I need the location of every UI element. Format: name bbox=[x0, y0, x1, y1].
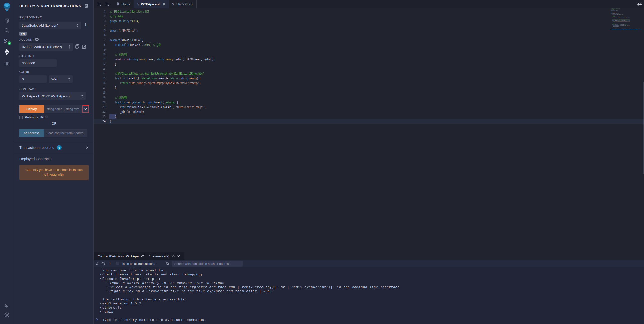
deploy-run-panel: DEPLOY & RUN TRANSACTIONS ENVIRONMENT Ja… bbox=[14, 0, 94, 324]
terminal-line bbox=[94, 314, 644, 318]
line-number: 20 bbox=[94, 101, 109, 104]
line-number: 8 bbox=[94, 43, 109, 47]
settings-gear-icon[interactable] bbox=[0, 312, 14, 318]
indent-guide bbox=[119, 42, 119, 119]
line-number: 15 bbox=[94, 77, 109, 80]
terminal-line: Check transactions details and start deb… bbox=[94, 273, 644, 277]
chevron-down-icon[interactable] bbox=[177, 255, 180, 257]
terminal-line: Type the library name to see available c… bbox=[94, 318, 644, 322]
tab-bar: HomeSWTFApe.sol✕SERC721.sol bbox=[94, 0, 644, 8]
code-line: 24} bbox=[94, 119, 644, 124]
publish-ipfs-label: Publish to IPFS bbox=[25, 115, 48, 119]
terminal[interactable]: You can use this terminal to:Check trans… bbox=[94, 267, 644, 324]
updown-arrows-icon bbox=[81, 95, 83, 98]
deployed-contracts-heading: Deployed Contracts bbox=[19, 157, 51, 161]
minimap[interactable]: // SPDX-License-Identifier: MIT// by 0xA… bbox=[611, 8, 641, 29]
line-number: 19 bbox=[94, 96, 109, 99]
remix-ide-window: S bbox=[0, 0, 644, 324]
info-icon[interactable]: i bbox=[85, 23, 86, 27]
search-icon[interactable] bbox=[0, 28, 14, 33]
tab-list: HomeSWTFApe.sol✕SERC721.sol bbox=[113, 0, 197, 8]
updown-arrows-icon bbox=[68, 78, 70, 81]
line-number: 13 bbox=[94, 67, 109, 70]
goto-reference-icon[interactable] bbox=[141, 254, 145, 258]
line-number: 16 bbox=[94, 81, 109, 85]
environment-select[interactable]: JavaScript VM (London) bbox=[19, 22, 81, 29]
code-line: 21 require(tokenId >= 0 && tokenId < MAX… bbox=[94, 105, 644, 109]
contract-select[interactable]: WTFApe - ERC721/WTFApe.sol bbox=[19, 92, 86, 100]
code-line: 4 bbox=[94, 23, 644, 28]
edit-account-icon[interactable] bbox=[82, 44, 86, 50]
add-account-icon[interactable] bbox=[35, 38, 39, 42]
plugin-manager-icon[interactable] bbox=[0, 303, 14, 309]
updown-arrows-icon bbox=[68, 45, 70, 49]
minimap-selection-marker bbox=[611, 29, 641, 29]
gas-limit-input[interactable] bbox=[19, 59, 57, 67]
or-divider: OR bbox=[19, 122, 89, 125]
clear-console-ban-icon[interactable] bbox=[101, 262, 105, 266]
tab-erc721-sol[interactable]: SERC721.sol bbox=[169, 0, 197, 8]
chevron-right-icon[interactable] bbox=[86, 145, 88, 150]
deploy-run-icon[interactable] bbox=[0, 49, 14, 55]
terminal-search-input[interactable] bbox=[172, 261, 243, 267]
node-name: WTFApe bbox=[126, 254, 139, 258]
line-number: 3 bbox=[94, 19, 109, 23]
chevron-down-icon[interactable] bbox=[83, 106, 88, 112]
listen-all-checkbox[interactable] bbox=[116, 262, 119, 265]
code-editor[interactable]: 1// SPDX-License-Identifier: MIT2// by 0… bbox=[94, 8, 644, 252]
terminal-line: You can use this terminal to: bbox=[94, 269, 644, 273]
zoom-in-icon[interactable] bbox=[103, 0, 111, 8]
terminal-line: - Input a script directly in the command… bbox=[94, 281, 644, 285]
zoom-out-icon[interactable] bbox=[95, 0, 103, 8]
environment-label: ENVIRONMENT bbox=[19, 16, 42, 19]
code-line: 14 //BAYC的baseURI为ipfs://QmeSjSinHpPnmXm… bbox=[94, 71, 644, 76]
code-line: 5import "./ERC721.sol"; bbox=[94, 28, 644, 33]
expand-arrows-icon[interactable] bbox=[635, 0, 644, 8]
code-line: 3pragma solidity ^0.8.4; bbox=[94, 19, 644, 23]
line-number: 9 bbox=[94, 48, 109, 51]
terminal-line: The following libraries are accessible: bbox=[94, 298, 644, 302]
listen-all-label: listen on all transactions bbox=[122, 262, 155, 266]
line-number: 12 bbox=[94, 62, 109, 66]
terminal-prompt[interactable]: > bbox=[96, 318, 98, 322]
chevron-up-icon[interactable] bbox=[172, 255, 175, 257]
transactions-recorded-row[interactable]: Transactions recorded 0 bbox=[14, 141, 94, 154]
code-line: 9 bbox=[94, 47, 644, 52]
line-number: 18 bbox=[94, 91, 109, 94]
value-input[interactable] bbox=[19, 75, 47, 83]
copy-account-icon[interactable] bbox=[75, 44, 79, 50]
line-number: 22 bbox=[94, 110, 109, 113]
library-link[interactable]: ethers.js bbox=[102, 306, 122, 310]
publish-ipfs-checkbox[interactable] bbox=[19, 116, 23, 119]
close-icon[interactable]: ✕ bbox=[163, 2, 165, 6]
transactions-count-badge: 0 bbox=[57, 145, 62, 150]
deploy-button[interactable]: Deploy bbox=[19, 105, 44, 113]
at-address-button[interactable]: At Address bbox=[19, 129, 44, 137]
contract-label: CONTRACT bbox=[19, 88, 36, 91]
value-label: VALUE bbox=[19, 71, 29, 74]
file-explorer-icon[interactable] bbox=[0, 18, 14, 24]
tab-wtfape-sol[interactable]: SWTFApe.sol✕ bbox=[134, 0, 169, 8]
compile-success-badge bbox=[8, 41, 11, 45]
line-number: 24 bbox=[94, 120, 109, 123]
library-link[interactable]: web3 version 1.5.2 bbox=[102, 302, 141, 305]
at-address-input[interactable] bbox=[44, 129, 87, 137]
value-unit-select[interactable]: Wei bbox=[49, 75, 73, 83]
constructor-params-input[interactable] bbox=[44, 105, 82, 113]
remix-home-icon bbox=[116, 2, 120, 6]
code-line: 18 bbox=[94, 90, 644, 95]
solidity-compiler-icon[interactable]: S bbox=[0, 37, 14, 44]
book-icon[interactable] bbox=[84, 4, 88, 9]
tab-home[interactable]: Home bbox=[113, 0, 134, 8]
terminal-line bbox=[94, 293, 644, 297]
editor-scrollbar[interactable] bbox=[643, 82, 644, 174]
double-chevron-down-icon[interactable] bbox=[95, 262, 98, 265]
debugger-icon[interactable] bbox=[0, 61, 14, 66]
code-line: 19 // 铸造函数 bbox=[94, 95, 644, 100]
code-line: 15 function _baseURI() internal pure ove… bbox=[94, 76, 644, 81]
terminal-line: remix bbox=[94, 310, 644, 314]
pending-tx-count: 0 bbox=[109, 262, 110, 266]
account-select[interactable]: 0x5B3...eddC4 (100 ether) bbox=[19, 43, 73, 51]
code-line: 20 function mint(address to, uint tokenI… bbox=[94, 100, 644, 105]
line-number: 10 bbox=[94, 53, 109, 56]
